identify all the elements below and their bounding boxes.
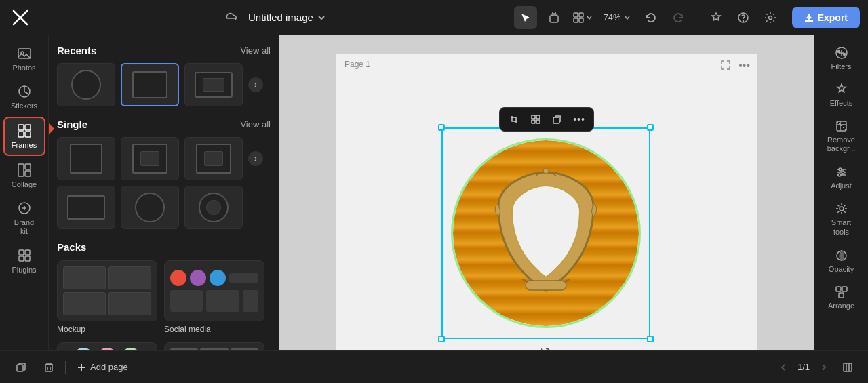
grid-btn[interactable] bbox=[526, 110, 546, 128]
single-next-btn[interactable]: › bbox=[248, 151, 263, 166]
add-page-btn[interactable]: Add page bbox=[71, 359, 134, 375]
smart-tools-tool[interactable]: Smarttools bbox=[818, 197, 865, 241]
single-view-all[interactable]: View all bbox=[240, 119, 271, 129]
settings-icon[interactable] bbox=[760, 7, 781, 28]
svg-point-8 bbox=[768, 16, 772, 19]
recent-frame-3[interactable] bbox=[184, 63, 243, 106]
svg-rect-15 bbox=[25, 132, 31, 137]
single-title: Single bbox=[57, 119, 87, 130]
pack-mockup-label: Mockup bbox=[57, 325, 157, 334]
svg-rect-49 bbox=[17, 365, 23, 371]
sidebar-item-photos[interactable]: Photos bbox=[3, 41, 45, 77]
canvas-fullscreen-icon[interactable] bbox=[720, 60, 731, 73]
redo-btn[interactable] bbox=[667, 7, 689, 28]
filters-tool[interactable]: Filters bbox=[818, 41, 865, 76]
svg-rect-33 bbox=[526, 281, 566, 290]
layout-tool-btn[interactable] bbox=[571, 6, 594, 29]
recent-frame-2[interactable] bbox=[121, 63, 179, 106]
svg-point-44 bbox=[838, 174, 841, 176]
delete-page-btn[interactable] bbox=[38, 357, 60, 378]
duplicate-page-btn[interactable] bbox=[11, 357, 33, 378]
svg-rect-2 bbox=[574, 13, 578, 17]
recent-frame-1[interactable] bbox=[57, 63, 115, 106]
zoom-control[interactable]: 74% bbox=[599, 9, 635, 25]
export-button[interactable]: Export bbox=[792, 7, 860, 28]
recents-next-btn[interactable]: › bbox=[248, 77, 263, 92]
recents-title: Recents bbox=[57, 45, 96, 56]
document-name[interactable]: Untitled image bbox=[248, 12, 326, 23]
pan-tool-btn[interactable] bbox=[542, 6, 566, 29]
arrange-tool[interactable]: Arrange bbox=[818, 280, 865, 315]
frames-panel: Recents View all › bbox=[49, 35, 279, 383]
svg-rect-16 bbox=[18, 164, 24, 176]
svg-point-45 bbox=[840, 207, 844, 211]
svg-rect-12 bbox=[18, 125, 24, 130]
undo-btn[interactable] bbox=[640, 7, 662, 28]
svg-rect-29 bbox=[532, 120, 535, 123]
svg-point-35 bbox=[837, 51, 840, 53]
canvas-page[interactable]: Page 1 ••• bbox=[336, 54, 757, 365]
adjust-tool[interactable]: Adjust bbox=[818, 160, 865, 195]
pack-social-media[interactable]: Social media bbox=[164, 260, 264, 334]
page-next-btn[interactable] bbox=[815, 359, 833, 376]
sidebar-item-collage[interactable]: Collage bbox=[3, 157, 45, 194]
svg-rect-13 bbox=[25, 125, 31, 130]
svg-rect-28 bbox=[536, 115, 540, 119]
single-frame-3[interactable] bbox=[184, 137, 243, 180]
svg-rect-47 bbox=[842, 287, 847, 291]
svg-line-38 bbox=[837, 121, 846, 131]
crop-btn[interactable] bbox=[504, 110, 524, 128]
svg-rect-48 bbox=[839, 293, 844, 298]
sidebar-item-frames[interactable]: Frames bbox=[3, 117, 45, 156]
single-frame-6[interactable] bbox=[184, 186, 243, 229]
right-panel: Filters Effects Removebackgr... bbox=[814, 35, 868, 383]
left-sidebar: Photos Stickers Frames bbox=[0, 35, 49, 383]
sidebar-item-brand-kit[interactable]: Brandkit bbox=[3, 195, 45, 241]
sidebar-item-plugins[interactable]: Plugins bbox=[3, 243, 45, 279]
svg-rect-14 bbox=[18, 132, 24, 137]
svg-rect-50 bbox=[45, 365, 52, 371]
clone-btn[interactable] bbox=[547, 110, 568, 128]
svg-rect-17 bbox=[25, 164, 31, 169]
element-toolbar: ••• bbox=[499, 107, 594, 132]
cloud-save-icon[interactable] bbox=[221, 7, 243, 28]
page-number: 1/1 bbox=[797, 362, 810, 372]
svg-rect-30 bbox=[536, 120, 540, 123]
more-options-btn[interactable]: ••• bbox=[569, 110, 589, 128]
single-frame-4[interactable] bbox=[57, 186, 115, 229]
svg-point-36 bbox=[843, 54, 845, 56]
recents-section: Recents View all › bbox=[57, 45, 271, 106]
bottom-bar: Add page 1/1 bbox=[0, 350, 868, 383]
app-logo[interactable] bbox=[8, 5, 33, 30]
canvas-image-element[interactable] bbox=[441, 127, 650, 339]
svg-point-42 bbox=[842, 171, 844, 174]
svg-point-7 bbox=[743, 20, 743, 21]
single-section: Single View all › bbox=[57, 119, 271, 229]
brand-kit-icon[interactable] bbox=[705, 7, 727, 28]
svg-rect-5 bbox=[579, 18, 583, 22]
remove-bg-tool[interactable]: Removebackgr... bbox=[818, 114, 865, 159]
help-icon[interactable] bbox=[732, 7, 754, 28]
opacity-tool[interactable]: Opacity bbox=[818, 243, 865, 279]
recents-view-all[interactable]: View all bbox=[240, 45, 271, 56]
effects-tool[interactable]: Effects bbox=[818, 77, 865, 113]
add-page-label: Add page bbox=[90, 362, 128, 372]
single-frame-1[interactable] bbox=[57, 137, 115, 180]
svg-rect-27 bbox=[532, 115, 535, 119]
svg-rect-18 bbox=[25, 171, 31, 176]
svg-point-32 bbox=[543, 168, 549, 174]
svg-rect-46 bbox=[836, 287, 841, 291]
canvas-area: Page 1 ••• bbox=[279, 35, 814, 383]
single-frame-5[interactable] bbox=[121, 186, 179, 229]
page-label: Page 1 bbox=[344, 60, 370, 69]
single-frame-2[interactable] bbox=[121, 137, 179, 180]
sidebar-item-stickers[interactable]: Stickers bbox=[3, 79, 45, 115]
pack-mockup[interactable]: Mockup bbox=[57, 260, 157, 334]
bottom-divider-1 bbox=[65, 361, 66, 374]
canvas-more-icon[interactable]: ••• bbox=[738, 60, 750, 72]
expand-canvas-btn[interactable] bbox=[838, 358, 857, 377]
selection-container bbox=[441, 127, 650, 339]
page-prev-btn[interactable] bbox=[774, 359, 792, 376]
select-tool-btn[interactable] bbox=[514, 6, 537, 29]
pack-social-media-label: Social media bbox=[164, 325, 264, 334]
